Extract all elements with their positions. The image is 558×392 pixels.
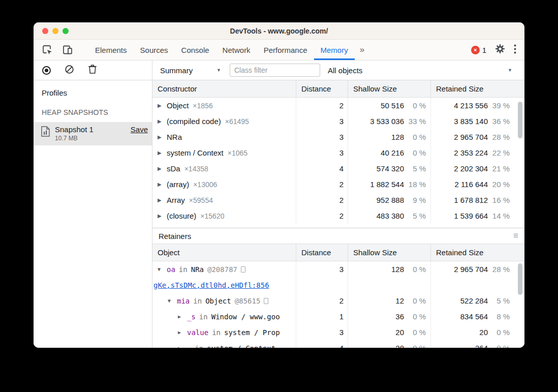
save-snapshot-link[interactable]: Save — [131, 125, 148, 134]
retained-size-pct: 21 % — [488, 164, 514, 173]
triangle-right-icon[interactable]: ▶ — [178, 329, 187, 335]
triangle-right-icon[interactable]: ▶ — [158, 197, 167, 203]
retained-size-value: 1 678 812 — [431, 196, 488, 204]
perspective-select-value: Summary — [160, 66, 193, 75]
profiles-heading: Profiles — [34, 80, 152, 97]
header-constructor[interactable]: Constructor — [152, 80, 296, 97]
panel-tabs: Elements Sources Console Network Perform… — [88, 40, 369, 60]
kebab-menu-icon[interactable] — [514, 44, 516, 56]
zoom-window-button[interactable] — [63, 28, 69, 34]
devtools-window: DevTools - www.google.com/ Elements Sour… — [34, 22, 524, 348]
record-dot-icon — [45, 69, 48, 72]
object-name: NRa — [191, 265, 204, 274]
more-tabs-icon[interactable]: » — [355, 40, 369, 60]
retained-size-pct: 0 % — [488, 344, 514, 348]
header-shallow-size[interactable]: Shallow Size — [348, 244, 431, 261]
header-object[interactable]: Object — [152, 244, 296, 261]
constructor-row[interactable]: ▶(closure)×15620 2 483 3805 % 1 539 6641… — [152, 208, 524, 224]
tab-network[interactable]: Network — [216, 40, 257, 60]
constructor-row[interactable]: ▶Object×1856 2 50 5160 % 4 213 55639 % — [152, 98, 524, 113]
shallow-size-value: 1 882 544 — [348, 180, 404, 189]
scrollbar-thumb[interactable] — [518, 263, 522, 295]
header-shallow-size[interactable]: Shallow Size — [348, 80, 431, 97]
retainer-row[interactable]: ▶_insystem / Context 4 280 % 3640 % — [152, 340, 524, 348]
tab-sources[interactable]: Sources — [134, 40, 175, 60]
inspect-element-icon[interactable] — [42, 44, 53, 55]
triangle-down-icon[interactable]: ▼ — [168, 298, 177, 304]
settings-gear-icon[interactable] — [495, 44, 505, 56]
triangle-right-icon[interactable]: ▶ — [178, 314, 187, 319]
triangle-right-icon[interactable]: ▶ — [158, 150, 167, 156]
delete-trash-icon[interactable] — [88, 64, 97, 76]
object-set-select[interactable]: All objects — [328, 66, 362, 75]
constructor-name: (array) — [167, 180, 189, 189]
header-retained-size[interactable]: Retained Size — [431, 80, 524, 97]
header-retained-size[interactable]: Retained Size — [431, 244, 524, 261]
retained-size-value: 834 564 — [431, 312, 488, 321]
constructor-row[interactable]: ▶(compiled code)×61495 3 3 533 03633 % 3… — [152, 113, 524, 129]
constructor-row[interactable]: ▶system / Context×1065 3 40 2160 % 2 353… — [152, 145, 524, 161]
shallow-size-value: 20 — [348, 328, 404, 337]
constructor-row[interactable]: ▶NRa 3 1280 % 2 965 70428 % — [152, 129, 524, 145]
clear-profiles-icon[interactable] — [65, 65, 74, 76]
shallow-size-value: 952 888 — [348, 196, 404, 204]
minimize-window-button[interactable] — [52, 28, 58, 34]
distance-value: 2 — [296, 98, 348, 113]
distance-value: 2 — [296, 192, 348, 208]
device-toolbar-icon[interactable] — [62, 44, 73, 55]
triangle-right-icon[interactable]: ▶ — [178, 345, 187, 348]
error-badge[interactable]: × 1 — [471, 46, 486, 54]
distance-value: 3 — [296, 261, 348, 277]
snapshot-name: Snapshot 1 — [55, 125, 94, 134]
class-filter-input[interactable] — [230, 64, 320, 77]
close-window-button[interactable] — [42, 28, 48, 34]
triangle-right-icon[interactable]: ▶ — [158, 118, 167, 124]
reveal-icon[interactable] — [264, 298, 268, 304]
triangle-right-icon[interactable]: ▶ — [158, 134, 167, 140]
snapshot-size: 10.7 MB — [55, 135, 94, 142]
retainer-row[interactable]: ▶_sinWindow / www.goo 1 360 % 834 5648 % — [152, 309, 524, 324]
retained-size-value: 2 965 704 — [431, 265, 488, 274]
triangle-right-icon[interactable]: ▶ — [158, 182, 167, 187]
tab-elements[interactable]: Elements — [88, 40, 134, 60]
retainer-source-row[interactable]: gKe,sTsDMc,dtl0hd,eHDfl:856 — [152, 277, 524, 293]
property-name: mia — [177, 297, 190, 305]
retained-size-pct: 39 % — [488, 101, 514, 110]
retainer-row[interactable]: ▼oainNRa@208787 3 1280 % 2 965 70428 % — [152, 261, 524, 277]
triangle-right-icon[interactable]: ▶ — [158, 166, 167, 171]
retainers-title: Retainers — [159, 232, 191, 240]
profiles-sidebar: Profiles HEAP SNAPSHOTS Snapshot 1 10.7 … — [34, 80, 152, 348]
constructor-row[interactable]: ▶(array)×13006 2 1 882 54418 % 2 116 644… — [152, 176, 524, 192]
tab-memory[interactable]: Memory — [314, 40, 355, 60]
reveal-icon[interactable] — [241, 266, 245, 273]
record-heap-snapshot-button[interactable] — [42, 66, 51, 75]
distance-value: 3 — [296, 324, 348, 340]
property-name: oa — [167, 265, 175, 274]
shallow-size-pct: 5 % — [404, 212, 430, 220]
tab-console[interactable]: Console — [175, 40, 216, 60]
constructor-name: NRa — [167, 133, 182, 141]
header-distance[interactable]: Distance — [296, 80, 348, 97]
header-distance[interactable]: Distance — [296, 244, 348, 261]
triangle-down-icon[interactable]: ▼ — [158, 266, 167, 272]
retainer-row[interactable]: ▼miainObject@85615 2 120 % 522 2845 % — [152, 293, 524, 309]
chevron-down-icon[interactable]: ▼ — [508, 68, 512, 73]
menu-icon[interactable]: ≡ — [513, 231, 518, 241]
instance-count: ×1065 — [228, 149, 247, 157]
constructor-row[interactable]: ▶Array×59554 2 952 8889 % 1 678 81216 % — [152, 192, 524, 208]
shallow-size-value: 12 — [348, 296, 404, 305]
triangle-right-icon[interactable]: ▶ — [158, 103, 167, 108]
source-link[interactable]: gKe,sTsDMc,dtl0hd,eHDfl:856 — [153, 281, 269, 289]
triangle-right-icon[interactable]: ▶ — [158, 213, 167, 219]
shallow-size-pct: 5 % — [404, 164, 430, 173]
perspective-select[interactable]: Summary ▼ — [160, 66, 221, 75]
scrollbar-thumb[interactable] — [518, 102, 522, 138]
constructor-name: Array — [167, 196, 185, 204]
retainer-row[interactable]: ▶valueinsystem / Prop 3 200 % 200 % — [152, 324, 524, 340]
constructor-row[interactable]: ▶sDa×14358 4 574 3205 % 2 202 30421 % — [152, 161, 524, 176]
retained-size-value: 2 353 224 — [431, 148, 488, 157]
retained-size-value: 2 965 704 — [431, 133, 488, 141]
tab-performance[interactable]: Performance — [257, 40, 314, 60]
snapshot-item[interactable]: Snapshot 1 10.7 MB Save — [34, 122, 152, 145]
retained-size-pct: 8 % — [488, 312, 514, 321]
